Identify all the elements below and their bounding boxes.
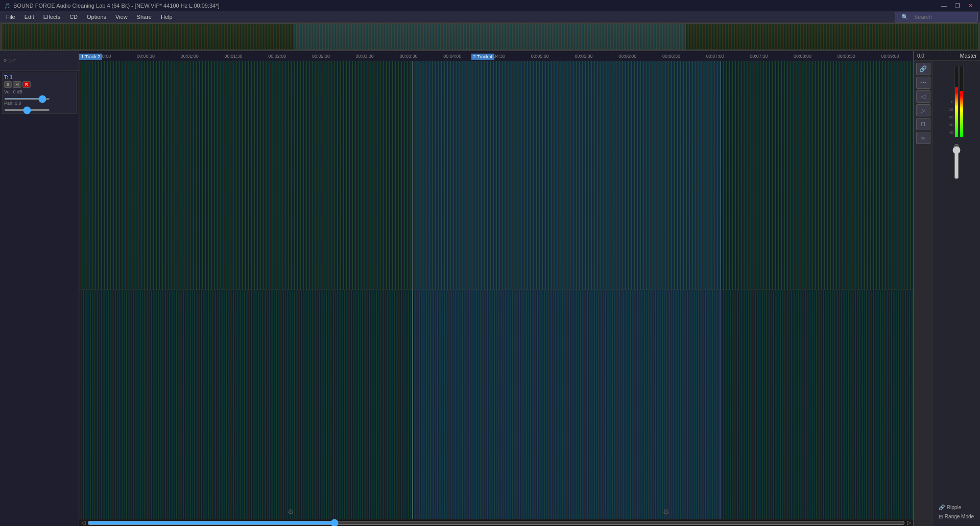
- track-controls: S M R: [4, 81, 75, 88]
- menu-file[interactable]: File: [2, 13, 19, 21]
- menu-cd[interactable]: CD: [65, 13, 82, 21]
- track-label-2: 2:Track 4: [471, 54, 494, 60]
- menu-effects[interactable]: Effects: [39, 13, 64, 21]
- scroll-right-arrow[interactable]: ▷: [905, 519, 913, 526]
- overview-waveform[interactable]: [1, 23, 979, 50]
- track-info: T: 1 S M R Vol: 0 dB Pan: 0.0: [0, 70, 79, 526]
- track-label-1: 1:Track 2: [79, 54, 102, 60]
- master-options: 🔗 Ripple ⊟ Range Mode: [936, 501, 977, 524]
- overview-selection: [295, 24, 685, 50]
- menubar: File Edit Effects CD Options View Share …: [0, 11, 980, 22]
- menu-edit[interactable]: Edit: [20, 13, 38, 21]
- wave-canvas-1: [79, 61, 913, 290]
- ripple-icon: 🔗: [939, 505, 945, 510]
- master-db-label: 0.0: [917, 53, 924, 59]
- menu-help[interactable]: Help: [157, 13, 177, 21]
- close-button[interactable]: ✕: [965, 2, 976, 10]
- app-icon: 🎵: [4, 3, 10, 9]
- minimize-button[interactable]: —: [938, 2, 950, 10]
- ripple-option[interactable]: 🔗 Ripple: [938, 504, 975, 511]
- range-mode-icon: ⊟: [939, 514, 943, 519]
- search-box[interactable]: 🔍: [895, 12, 978, 22]
- track-name: T: 1: [4, 75, 75, 80]
- track-record-btn[interactable]: R: [22, 81, 31, 88]
- ripple-label: Ripple: [947, 505, 961, 510]
- range-mode-option[interactable]: ⊟ Range Mode: [938, 513, 975, 520]
- track-panel: ⚙ ▷ □ T: 1 S M R Vol: 0 dB Pan: 0.0: [0, 51, 79, 526]
- vu-scale: 0 10 20 30 40: [949, 66, 953, 137]
- main-area: ⚙ ▷ □ T: 1 S M R Vol: 0 dB Pan: 0.0: [0, 51, 980, 526]
- track-panel-header: ⚙ ▷ □: [0, 51, 79, 70]
- right-column: 0.0 Master 🔗 〜 ◁ ▷ ⊓ dB 0 10 20: [914, 51, 980, 526]
- track-header-label: ⚙ ▷ □: [3, 58, 16, 63]
- vu-meter-container: 0 10 20 30 40: [949, 66, 964, 137]
- pan-slider[interactable]: [4, 109, 50, 111]
- waveform-editor: 1:Track 2 2:Track 4 00:00:00 00:00:30 00…: [79, 51, 914, 526]
- vu-bar-right: [960, 66, 964, 137]
- title-area: 🎵 SOUND FORGE Audio Cleaning Lab 4 (64 B…: [4, 3, 220, 9]
- track-volume: Vol: 0 dB Pan: 0.0: [4, 89, 75, 112]
- waveform-track-1: [79, 61, 913, 290]
- title-text: SOUND FORGE Audio Cleaning Lab 4 (64 Bit…: [13, 3, 220, 9]
- window-controls: — ❐ ✕: [938, 2, 976, 10]
- waveform-track-2: [79, 290, 913, 519]
- track-row: T: 1 S M R Vol: 0 dB Pan: 0.0: [2, 73, 77, 114]
- master-header-top: 0.0 Master: [914, 51, 980, 61]
- timeline-marks: 00:00:00 00:00:30 00:01:00 00:01:30 00:0…: [79, 54, 913, 59]
- arrow-left-icon-btn[interactable]: ◁: [916, 90, 930, 103]
- search-icon: 🔍: [897, 13, 913, 21]
- menu-share[interactable]: Share: [133, 13, 156, 21]
- wave-icon-btn[interactable]: 〜: [916, 77, 930, 89]
- maximize-button[interactable]: ❐: [952, 2, 963, 10]
- wave-canvas-2: [79, 290, 913, 519]
- right-col-icons: 🔗 〜 ◁ ▷ ⊓ dB: [914, 61, 933, 526]
- range-mode-label: Range Mode: [945, 514, 974, 519]
- track-mute-btn[interactable]: M: [13, 81, 21, 88]
- menu-options[interactable]: Options: [83, 13, 110, 21]
- vol-label: Vol: 0 dB: [4, 89, 75, 94]
- vol-slider[interactable]: [4, 98, 50, 100]
- overview-waveform-bg: [2, 24, 978, 50]
- waveform-scroll-input[interactable]: [87, 519, 905, 527]
- timeline: 1:Track 2 2:Track 4 00:00:00 00:00:30 00…: [79, 51, 913, 61]
- gear-icon-right[interactable]: ⚙: [663, 508, 670, 516]
- master-fader-area: [951, 144, 962, 179]
- master-body: 🔗 〜 ◁ ▷ ⊓ dB 0 10 20 30 40: [914, 61, 980, 526]
- link-icon-btn[interactable]: 🔗: [916, 63, 930, 75]
- scroll-left-arrow[interactable]: ◁: [79, 519, 87, 526]
- vu-bar-left: [954, 66, 959, 137]
- waveform-scrollbar[interactable]: ◁ ▷: [79, 519, 913, 526]
- master-fader[interactable]: [951, 144, 962, 179]
- tick-area: 1:Track 2 2:Track 4 00:00:00 00:00:30 00…: [79, 54, 913, 59]
- waveform-main[interactable]: ⚙ ⚙: [79, 61, 913, 519]
- menu-view[interactable]: View: [111, 13, 132, 21]
- master-label: Master: [960, 53, 977, 59]
- search-input[interactable]: [914, 14, 975, 20]
- gear-icon-left[interactable]: ⚙: [288, 508, 294, 516]
- track-solo-btn[interactable]: S: [4, 81, 12, 88]
- titlebar: 🎵 SOUND FORGE Audio Cleaning Lab 4 (64 B…: [0, 0, 980, 11]
- master-meter-area: 0 10 20 30 40: [933, 61, 980, 526]
- waveform-icon-btn[interactable]: ⊓: [916, 118, 930, 130]
- db-icon-btn[interactable]: dB: [916, 132, 930, 144]
- arrow-right-icon-btn[interactable]: ▷: [916, 104, 930, 116]
